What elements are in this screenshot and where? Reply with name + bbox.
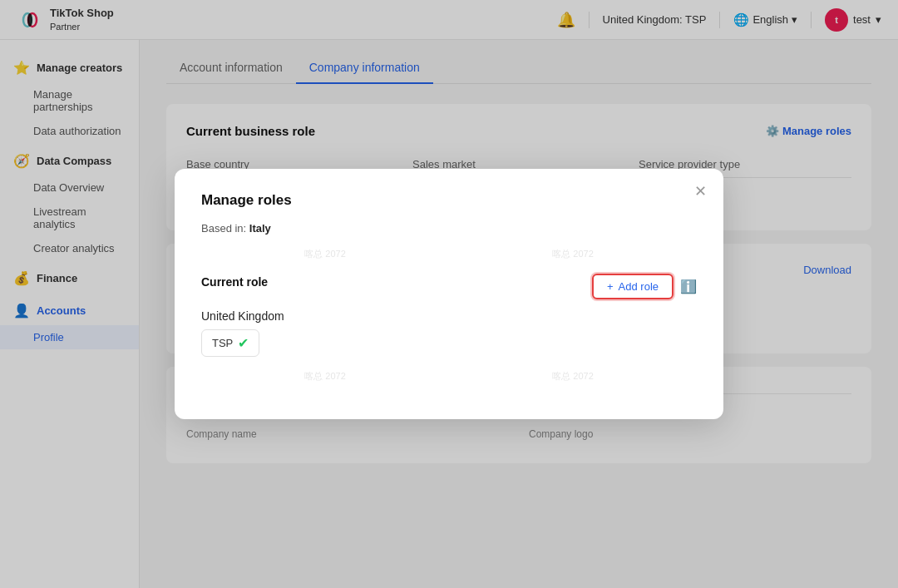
role-header-row: Current role +Add role ℹ️ (201, 274, 697, 299)
watermark-2: 喀总 2072 (552, 248, 594, 260)
watermark-1: 喀总 2072 (304, 248, 346, 260)
watermark-4: 喀总 2072 (552, 370, 594, 383)
modal-title: Manage roles (201, 192, 697, 209)
modal-based-in: Based in: Italy (201, 222, 697, 235)
watermark-row-2: 喀总 2072 喀总 2072 (201, 370, 697, 383)
watermark-row-1: 喀总 2072 喀总 2072 (201, 248, 697, 260)
add-role-plus-icon: + (607, 280, 614, 293)
role-region-label: United Kingdom (201, 309, 697, 323)
current-role-label: Current role (201, 275, 268, 289)
manage-roles-modal: ✕ Manage roles Based in: Italy 喀总 2072 喀… (175, 169, 723, 419)
watermark-3: 喀总 2072 (304, 370, 346, 383)
role-tag-text: TSP (212, 337, 233, 349)
role-tag: TSP ✔ (201, 329, 259, 357)
role-check-icon: ✔ (238, 335, 249, 351)
modal-overlay[interactable]: ✕ Manage roles Based in: Italy 喀总 2072 喀… (0, 0, 898, 497)
add-role-button[interactable]: +Add role (592, 274, 674, 299)
info-icon: ℹ️ (680, 279, 697, 294)
add-role-label: Add role (619, 280, 659, 293)
modal-close-button[interactable]: ✕ (694, 182, 707, 200)
